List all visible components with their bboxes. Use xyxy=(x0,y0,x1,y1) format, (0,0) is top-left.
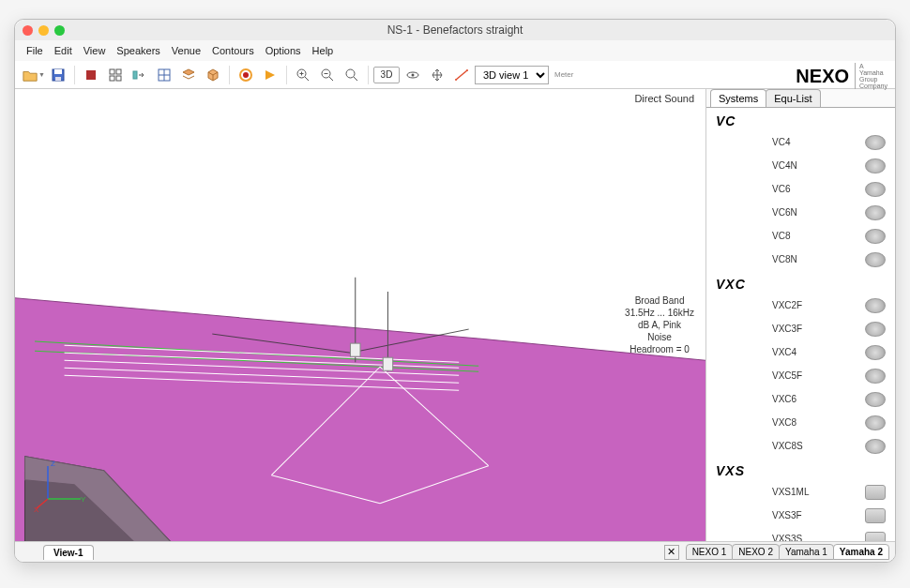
bottom-bar: View-1 ✕ NEXO 1NEXO 2Yamaha 1Yamaha 2 xyxy=(15,541,895,562)
stop-button[interactable] xyxy=(80,65,102,85)
speaker-icon xyxy=(865,392,886,407)
tab-systems[interactable]: Systems xyxy=(710,89,766,107)
save-button[interactable] xyxy=(47,65,69,85)
svg-text:X: X xyxy=(34,505,39,513)
speaker-icon xyxy=(865,252,886,267)
svg-rect-7 xyxy=(116,76,121,81)
model-name: VXS1ML xyxy=(772,487,809,497)
model-row[interactable]: VC6 xyxy=(706,177,895,201)
menu-options[interactable]: Options xyxy=(262,43,305,58)
model-row[interactable]: VC6N xyxy=(706,201,895,224)
align-button[interactable] xyxy=(129,65,151,85)
svg-rect-4 xyxy=(110,69,114,74)
zoom-fit-button[interactable] xyxy=(341,65,363,85)
svg-rect-1 xyxy=(54,69,62,74)
open-button[interactable]: ▼ xyxy=(23,65,45,85)
speaker-icon xyxy=(865,485,886,500)
speaker-icon xyxy=(865,369,886,384)
speaker-icon xyxy=(865,182,886,197)
menu-venue[interactable]: Venue xyxy=(168,43,205,58)
model-row[interactable]: VC4 xyxy=(706,130,895,154)
speaker-icon xyxy=(865,158,886,173)
group-header[interactable]: VXC xyxy=(706,271,895,294)
speaker-icon xyxy=(865,439,886,454)
model-name: VXC8S xyxy=(772,441,803,451)
model-row[interactable]: VXC2F xyxy=(706,294,895,317)
model-row[interactable]: VXC4 xyxy=(706,340,895,364)
model-row[interactable]: VXC6 xyxy=(706,387,895,411)
menu-edit[interactable]: Edit xyxy=(51,43,76,58)
speaker-icon xyxy=(865,135,886,150)
model-row[interactable]: VXC8 xyxy=(706,411,895,434)
side-panel: Systems Equ-List VCVC4VC4NVC6VC6NVC8VC8N… xyxy=(705,89,895,541)
svg-rect-3 xyxy=(86,70,96,80)
menu-contours[interactable]: Contours xyxy=(208,43,258,58)
model-name: VXC2F xyxy=(772,300,802,310)
model-name: VXS3S xyxy=(772,534,802,541)
play-button[interactable] xyxy=(259,65,281,85)
circle-button[interactable] xyxy=(235,65,257,85)
box-button[interactable] xyxy=(202,65,224,85)
orbit-button[interactable] xyxy=(402,65,424,85)
model-row[interactable]: VC4N xyxy=(706,154,895,177)
zoom-in-button[interactable] xyxy=(292,65,314,85)
close-view-button[interactable]: ✕ xyxy=(664,545,679,560)
model-name: VC4 xyxy=(772,137,790,147)
svg-line-19 xyxy=(329,77,333,81)
model-row[interactable]: VXC8S xyxy=(706,434,895,458)
maximize-window-button[interactable] xyxy=(54,25,65,36)
3d-viewport[interactable]: Direct Sound Broad Band 31.5Hz ... 16kHz… xyxy=(15,89,705,541)
measure-button[interactable] xyxy=(450,65,473,85)
systems-list[interactable]: VCVC4VC4NVC6VC6NVC8VC8NVXCVXC2FVXC3FVXC4… xyxy=(706,107,895,541)
svg-point-21 xyxy=(346,69,355,78)
model-row[interactable]: VXC3F xyxy=(706,317,895,340)
library-tab[interactable]: Yamaha 1 xyxy=(779,544,834,560)
model-row[interactable]: VC8N xyxy=(706,248,895,271)
group-header[interactable]: VXS xyxy=(706,458,895,480)
speaker-icon xyxy=(865,415,886,430)
svg-line-15 xyxy=(305,77,309,81)
speaker-icon xyxy=(865,532,886,542)
structure-button[interactable] xyxy=(153,65,175,85)
svg-rect-42 xyxy=(350,343,360,356)
layers-button[interactable] xyxy=(177,65,200,85)
menubar: File Edit View Speakers Venue Contours O… xyxy=(15,40,895,61)
view-tab-1[interactable]: View-1 xyxy=(43,545,94,560)
close-window-button[interactable] xyxy=(23,25,33,36)
3d-toggle-button[interactable]: 3D xyxy=(373,67,400,83)
model-name: VXC8 xyxy=(772,417,796,428)
model-row[interactable]: VC8 xyxy=(706,224,895,248)
pan-button[interactable] xyxy=(426,65,448,85)
speaker-icon xyxy=(865,229,886,244)
library-tab[interactable]: NEXO 1 xyxy=(686,544,734,560)
menu-file[interactable]: File xyxy=(23,43,47,58)
library-tab[interactable]: NEXO 2 xyxy=(732,544,780,560)
speaker-icon xyxy=(865,205,886,220)
svg-point-26 xyxy=(455,79,457,81)
menu-help[interactable]: Help xyxy=(309,43,338,58)
svg-point-24 xyxy=(412,73,415,76)
tab-equ-list[interactable]: Equ-List xyxy=(766,89,820,107)
view-select[interactable]: 3D view 1 xyxy=(475,66,549,84)
grid-button[interactable] xyxy=(104,65,127,85)
model-row[interactable]: VXS1ML xyxy=(706,480,895,504)
model-row[interactable]: VXS3F xyxy=(706,504,895,527)
svg-rect-44 xyxy=(383,357,393,370)
model-row[interactable]: VXC5F xyxy=(706,364,895,387)
menu-view[interactable]: View xyxy=(80,43,110,58)
svg-rect-2 xyxy=(55,77,61,81)
speaker-icon xyxy=(865,298,886,313)
svg-rect-5 xyxy=(116,69,121,74)
brand-logo: NEXO A Yamaha Group Company xyxy=(796,63,887,89)
model-name: VXC4 xyxy=(772,347,796,357)
zoom-out-button[interactable] xyxy=(316,65,339,85)
library-tab[interactable]: Yamaha 2 xyxy=(833,544,889,560)
model-name: VC8N xyxy=(772,254,797,264)
model-row[interactable]: VXS3S xyxy=(706,527,895,541)
minimize-window-button[interactable] xyxy=(38,25,49,36)
app-window: NS-1 - Benefactors straight File Edit Vi… xyxy=(14,19,896,563)
svg-text:Z: Z xyxy=(51,460,55,468)
group-header[interactable]: VC xyxy=(706,108,895,130)
svg-rect-6 xyxy=(110,76,114,81)
menu-speakers[interactable]: Speakers xyxy=(113,43,163,58)
